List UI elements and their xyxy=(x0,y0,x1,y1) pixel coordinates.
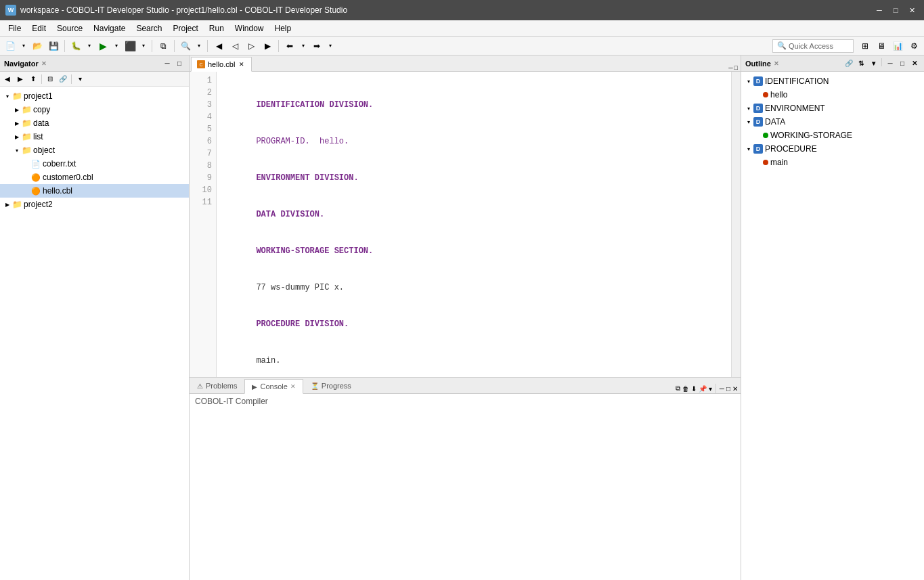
editor-tab-maximize[interactable]: □ xyxy=(734,64,738,71)
editor-content[interactable]: IDENTIFICATION DIVISION. PROGRAM-ID. hel… xyxy=(217,72,731,377)
quick-access-box[interactable]: 🔍 Quick Access xyxy=(772,39,854,53)
toolbar-nav-back[interactable]: ⬅ xyxy=(282,39,297,53)
outline-data[interactable]: ▾ D DATA xyxy=(741,115,924,129)
tree-list[interactable]: ▶ 📁 list xyxy=(0,130,189,143)
toolbar-run-dropdown[interactable]: ▾ xyxy=(112,39,121,53)
toolbar-new[interactable]: 📄 xyxy=(3,39,18,53)
toolbar-perspective3[interactable]: 📊 xyxy=(890,39,905,53)
outline-expander-proc[interactable]: ▾ xyxy=(744,144,753,154)
outline-environment[interactable]: ▾ D ENVIRONMENT xyxy=(741,102,924,115)
toolbar-nav-back-dropdown[interactable]: ▾ xyxy=(299,39,308,53)
toolbar-perspective2[interactable]: 🖥 xyxy=(874,39,889,53)
toolbar-back[interactable]: ◀ xyxy=(211,39,226,53)
expander-object[interactable]: ▾ xyxy=(12,146,22,155)
toolbar-copy-btn[interactable]: ⧉ xyxy=(156,39,171,53)
navigator-title: Navigator xyxy=(4,60,39,68)
console-minimize-btn[interactable]: ─ xyxy=(720,385,724,393)
nav-up-btn[interactable]: ⬆ xyxy=(27,73,39,85)
outline-procedure[interactable]: ▾ D PROCEDURE xyxy=(741,142,924,156)
outline-expander-env[interactable]: ▾ xyxy=(744,104,753,113)
toolbar-debug[interactable]: 🐛 xyxy=(68,39,83,53)
tree-object[interactable]: ▾ 📁 object xyxy=(0,143,189,157)
minimize-button[interactable]: ─ xyxy=(873,3,886,17)
close-button[interactable]: ✕ xyxy=(905,3,919,17)
console-dropdown-btn[interactable]: ▾ xyxy=(709,385,712,393)
expander-copy[interactable]: ▶ xyxy=(12,105,22,114)
tab-hello-cbl[interactable]: C hello.cbl ✕ xyxy=(191,57,252,72)
expander-project2[interactable]: ▶ xyxy=(3,200,12,209)
menu-edit[interactable]: Edit xyxy=(26,21,51,36)
tab-console[interactable]: ▶ Console ✕ xyxy=(244,379,303,394)
toolbar-nav-fwd-dropdown[interactable]: ▾ xyxy=(326,39,335,53)
nav-maximize-btn[interactable]: □ xyxy=(174,58,185,69)
outline-dropdown-btn[interactable]: ▾ xyxy=(868,58,879,69)
toolbar-run[interactable]: ▶ xyxy=(95,39,110,53)
tab-problems[interactable]: ⚠ Problems xyxy=(190,378,244,393)
toolbar-perspective1[interactable]: ⊞ xyxy=(858,39,873,53)
expander-list[interactable]: ▶ xyxy=(12,132,22,141)
menu-project[interactable]: Project xyxy=(167,21,203,36)
outline-identification[interactable]: ▾ D IDENTIFICATION xyxy=(741,74,924,88)
outline-minimize-btn[interactable]: ─ xyxy=(885,58,896,69)
toolbar-perspective4[interactable]: ⚙ xyxy=(906,39,921,53)
outline-sync-btn[interactable]: 🔗 xyxy=(843,58,854,69)
outline-sort-btn[interactable]: ⇅ xyxy=(856,58,866,69)
navigator-close-icon[interactable]: ✕ xyxy=(41,60,47,67)
nav-menu-btn[interactable]: ▾ xyxy=(74,73,86,85)
toolbar-fwd2[interactable]: ▶ xyxy=(260,39,275,53)
outline-expander-id[interactable]: ▾ xyxy=(744,76,753,86)
console-scroll-btn[interactable]: ⬇ xyxy=(691,385,697,393)
console-copy-btn[interactable]: ⧉ xyxy=(676,384,680,393)
console-pin-btn[interactable]: 📌 xyxy=(699,385,707,393)
tree-copy[interactable]: ▶ 📁 copy xyxy=(0,103,189,116)
nav-link-btn[interactable]: 🔗 xyxy=(57,73,69,85)
toolbar-nav-fwd[interactable]: ➡ xyxy=(309,39,324,53)
console-close-icon[interactable]: ✕ xyxy=(290,383,296,390)
nav-fwd-btn[interactable]: ▶ xyxy=(14,73,26,85)
nav-back-btn[interactable]: ◀ xyxy=(1,73,14,85)
menu-navigate[interactable]: Navigate xyxy=(88,21,131,36)
expander-data[interactable]: ▶ xyxy=(12,118,22,128)
line-num-6: 6 xyxy=(190,135,216,148)
console-clear-btn[interactable]: 🗑 xyxy=(682,385,689,393)
tree-customer0[interactable]: ▶ 🟠 customer0.cbl xyxy=(0,171,189,184)
toolbar-run2[interactable]: ⬛ xyxy=(123,39,137,53)
toolbar-run2-dropdown[interactable]: ▾ xyxy=(139,39,148,53)
outline-close-icon[interactable]: ✕ xyxy=(774,60,779,67)
tree-project2[interactable]: ▶ 📁 project2 xyxy=(0,198,189,211)
outline-expander-data[interactable]: ▾ xyxy=(744,117,753,127)
toolbar-search-dropdown[interactable]: ▾ xyxy=(194,39,204,53)
outline-maximize-btn[interactable]: □ xyxy=(897,58,908,69)
menu-search[interactable]: Search xyxy=(131,21,167,36)
tree-coberr[interactable]: ▶ 📄 coberr.txt xyxy=(0,157,189,171)
tree-data[interactable]: ▶ 📁 data xyxy=(0,116,189,130)
menu-file[interactable]: File xyxy=(3,21,26,36)
menu-source[interactable]: Source xyxy=(51,21,88,36)
menu-help[interactable]: Help xyxy=(269,21,297,36)
outline-working-storage[interactable]: ▶ WORKING-STORAGE xyxy=(741,129,924,142)
toolbar-save[interactable]: 💾 xyxy=(46,39,61,53)
expander-project1[interactable]: ▾ xyxy=(3,91,12,101)
editor-tab-minimize[interactable]: ─ xyxy=(728,64,732,71)
outline-hello[interactable]: ▶ hello xyxy=(741,88,924,102)
tab-progress[interactable]: ⏳ Progress xyxy=(303,378,359,393)
maximize-button[interactable]: □ xyxy=(889,3,902,17)
toolbar-open[interactable]: 📂 xyxy=(30,39,45,53)
tab-close-btn[interactable]: ✕ xyxy=(238,60,246,68)
outline-close-btn[interactable]: ✕ xyxy=(909,58,920,69)
nav-collapse-btn[interactable]: ⊟ xyxy=(44,73,56,85)
tree-project1[interactable]: ▾ 📁 project1 xyxy=(0,89,189,103)
menu-run[interactable]: Run xyxy=(204,21,229,36)
toolbar-debug-dropdown[interactable]: ▾ xyxy=(85,39,94,53)
toolbar-fwd[interactable]: ▷ xyxy=(244,39,259,53)
editor-scrollbar[interactable] xyxy=(731,72,741,377)
console-maximize-btn[interactable]: □ xyxy=(726,385,730,393)
nav-minimize-btn[interactable]: ─ xyxy=(162,58,173,69)
outline-main[interactable]: ▶ main xyxy=(741,156,924,169)
menu-window[interactable]: Window xyxy=(229,21,269,36)
console-close-panel-btn[interactable]: ✕ xyxy=(732,385,738,393)
toolbar-search-tool[interactable]: 🔍 xyxy=(178,39,193,53)
tree-hello[interactable]: ▶ 🟠 hello.cbl xyxy=(0,184,189,198)
toolbar-back2[interactable]: ◁ xyxy=(227,39,242,53)
toolbar-new-dropdown[interactable]: ▾ xyxy=(19,39,28,53)
